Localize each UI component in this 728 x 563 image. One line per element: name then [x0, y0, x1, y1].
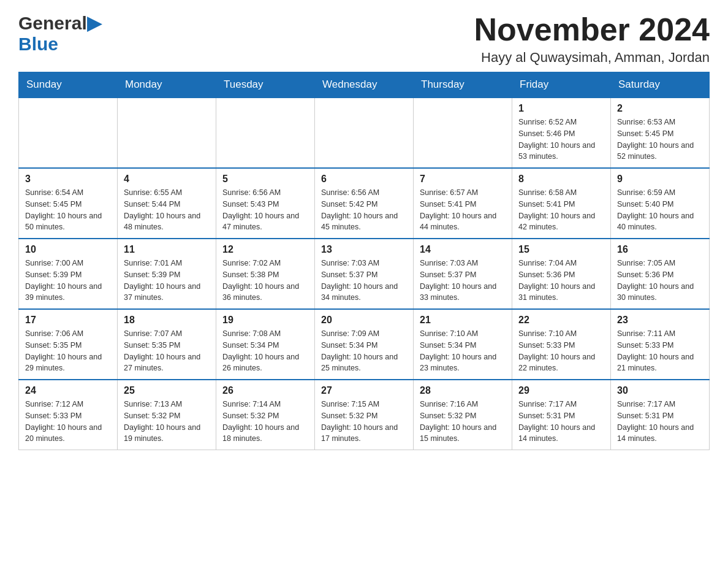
- week-row-1: 1Sunrise: 6:52 AMSunset: 5:46 PMDaylight…: [19, 98, 710, 168]
- calendar-cell: 25Sunrise: 7:13 AMSunset: 5:32 PMDayligh…: [118, 380, 216, 450]
- day-info: Sunrise: 7:09 AMSunset: 5:34 PMDaylight:…: [321, 328, 407, 374]
- day-number: 6: [321, 174, 407, 185]
- day-number: 1: [518, 103, 604, 114]
- day-number: 19: [222, 315, 308, 326]
- day-number: 17: [25, 315, 111, 326]
- day-number: 7: [420, 174, 506, 185]
- day-info: Sunrise: 7:16 AMSunset: 5:32 PMDaylight:…: [420, 399, 506, 445]
- header-wednesday: Wednesday: [315, 72, 414, 98]
- calendar-cell: 13Sunrise: 7:03 AMSunset: 5:37 PMDayligh…: [315, 239, 414, 309]
- day-number: 4: [124, 174, 210, 185]
- day-info: Sunrise: 6:56 AMSunset: 5:43 PMDaylight:…: [222, 187, 308, 233]
- calendar-cell: 27Sunrise: 7:15 AMSunset: 5:32 PMDayligh…: [315, 380, 414, 450]
- calendar-cell: 1Sunrise: 6:52 AMSunset: 5:46 PMDaylight…: [512, 98, 611, 168]
- calendar-cell: 10Sunrise: 7:00 AMSunset: 5:39 PMDayligh…: [19, 239, 118, 309]
- calendar-cell: 26Sunrise: 7:14 AMSunset: 5:32 PMDayligh…: [216, 380, 315, 450]
- day-info: Sunrise: 7:08 AMSunset: 5:34 PMDaylight:…: [222, 328, 308, 374]
- calendar-cell: 20Sunrise: 7:09 AMSunset: 5:34 PMDayligh…: [315, 309, 414, 380]
- month-title: November 2024: [474, 12, 710, 47]
- calendar-cell: [216, 98, 315, 168]
- location-title: Hayy al Quwaysimah, Amman, Jordan: [474, 50, 710, 66]
- day-info: Sunrise: 7:17 AMSunset: 5:31 PMDaylight:…: [518, 399, 604, 445]
- week-row-4: 17Sunrise: 7:06 AMSunset: 5:35 PMDayligh…: [19, 309, 710, 380]
- calendar-table: Sunday Monday Tuesday Wednesday Thursday…: [18, 72, 710, 450]
- calendar-cell: 23Sunrise: 7:11 AMSunset: 5:33 PMDayligh…: [611, 309, 710, 380]
- day-info: Sunrise: 7:03 AMSunset: 5:37 PMDaylight:…: [321, 258, 407, 304]
- calendar-cell: 9Sunrise: 6:59 AMSunset: 5:40 PMDaylight…: [611, 168, 710, 239]
- day-info: Sunrise: 7:15 AMSunset: 5:32 PMDaylight:…: [321, 399, 407, 445]
- calendar-cell: 14Sunrise: 7:03 AMSunset: 5:37 PMDayligh…: [414, 239, 512, 309]
- day-number: 3: [25, 174, 111, 185]
- day-info: Sunrise: 7:10 AMSunset: 5:33 PMDaylight:…: [518, 328, 604, 374]
- day-info: Sunrise: 7:02 AMSunset: 5:38 PMDaylight:…: [222, 258, 308, 304]
- calendar-cell: [118, 98, 216, 168]
- header-tuesday: Tuesday: [216, 72, 315, 98]
- calendar-cell: 7Sunrise: 6:57 AMSunset: 5:41 PMDaylight…: [414, 168, 512, 239]
- day-info: Sunrise: 7:03 AMSunset: 5:37 PMDaylight:…: [420, 258, 506, 304]
- day-number: 24: [25, 385, 111, 396]
- day-info: Sunrise: 6:56 AMSunset: 5:42 PMDaylight:…: [321, 187, 407, 233]
- day-number: 22: [518, 315, 604, 326]
- day-info: Sunrise: 6:55 AMSunset: 5:44 PMDaylight:…: [124, 187, 210, 233]
- day-info: Sunrise: 7:17 AMSunset: 5:31 PMDaylight:…: [617, 399, 703, 445]
- day-number: 29: [518, 385, 604, 396]
- calendar-cell: 5Sunrise: 6:56 AMSunset: 5:43 PMDaylight…: [216, 168, 315, 239]
- header-saturday: Saturday: [611, 72, 710, 98]
- calendar-cell: 4Sunrise: 6:55 AMSunset: 5:44 PMDaylight…: [118, 168, 216, 239]
- calendar-cell: [315, 98, 414, 168]
- week-row-2: 3Sunrise: 6:54 AMSunset: 5:45 PMDaylight…: [19, 168, 710, 239]
- day-info: Sunrise: 7:13 AMSunset: 5:32 PMDaylight:…: [124, 399, 210, 445]
- day-number: 14: [420, 244, 506, 255]
- logo-blue-triangle: ▶: [87, 13, 101, 33]
- calendar-cell: 24Sunrise: 7:12 AMSunset: 5:33 PMDayligh…: [19, 380, 118, 450]
- calendar-cell: 6Sunrise: 6:56 AMSunset: 5:42 PMDaylight…: [315, 168, 414, 239]
- calendar-cell: 18Sunrise: 7:07 AMSunset: 5:35 PMDayligh…: [118, 309, 216, 380]
- header-monday: Monday: [118, 72, 216, 98]
- day-info: Sunrise: 7:00 AMSunset: 5:39 PMDaylight:…: [25, 258, 111, 304]
- day-number: 21: [420, 315, 506, 326]
- day-info: Sunrise: 6:52 AMSunset: 5:46 PMDaylight:…: [518, 117, 604, 163]
- day-info: Sunrise: 7:12 AMSunset: 5:33 PMDaylight:…: [25, 399, 111, 445]
- day-number: 5: [222, 174, 308, 185]
- day-number: 10: [25, 244, 111, 255]
- header-sunday: Sunday: [19, 72, 118, 98]
- day-number: 2: [617, 103, 703, 114]
- day-number: 18: [124, 315, 210, 326]
- day-number: 25: [124, 385, 210, 396]
- day-info: Sunrise: 6:59 AMSunset: 5:40 PMDaylight:…: [617, 187, 703, 233]
- day-number: 16: [617, 244, 703, 255]
- day-number: 12: [222, 244, 308, 255]
- calendar-cell: 21Sunrise: 7:10 AMSunset: 5:34 PMDayligh…: [414, 309, 512, 380]
- header-thursday: Thursday: [414, 72, 512, 98]
- day-info: Sunrise: 7:04 AMSunset: 5:36 PMDaylight:…: [518, 258, 604, 304]
- day-number: 8: [518, 174, 604, 185]
- logo: General▶ Blue: [18, 12, 101, 55]
- day-number: 9: [617, 174, 703, 185]
- page-header: General▶ Blue November 2024 Hayy al Quwa…: [18, 12, 710, 66]
- day-info: Sunrise: 7:14 AMSunset: 5:32 PMDaylight:…: [222, 399, 308, 445]
- calendar-cell: 2Sunrise: 6:53 AMSunset: 5:45 PMDaylight…: [611, 98, 710, 168]
- calendar-cell: 29Sunrise: 7:17 AMSunset: 5:31 PMDayligh…: [512, 380, 611, 450]
- logo-text: General▶: [18, 12, 101, 34]
- calendar-cell: 30Sunrise: 7:17 AMSunset: 5:31 PMDayligh…: [611, 380, 710, 450]
- calendar-cell: [19, 98, 118, 168]
- calendar-cell: 3Sunrise: 6:54 AMSunset: 5:45 PMDaylight…: [19, 168, 118, 239]
- calendar-cell: 12Sunrise: 7:02 AMSunset: 5:38 PMDayligh…: [216, 239, 315, 309]
- day-info: Sunrise: 7:10 AMSunset: 5:34 PMDaylight:…: [420, 328, 506, 374]
- day-number: 30: [617, 385, 703, 396]
- calendar-cell: 11Sunrise: 7:01 AMSunset: 5:39 PMDayligh…: [118, 239, 216, 309]
- title-area: November 2024 Hayy al Quwaysimah, Amman,…: [474, 12, 710, 66]
- day-number: 13: [321, 244, 407, 255]
- day-number: 26: [222, 385, 308, 396]
- calendar-cell: 16Sunrise: 7:05 AMSunset: 5:36 PMDayligh…: [611, 239, 710, 309]
- day-number: 28: [420, 385, 506, 396]
- calendar-cell: 17Sunrise: 7:06 AMSunset: 5:35 PMDayligh…: [19, 309, 118, 380]
- day-number: 27: [321, 385, 407, 396]
- day-info: Sunrise: 6:58 AMSunset: 5:41 PMDaylight:…: [518, 187, 604, 233]
- calendar-cell: [414, 98, 512, 168]
- day-info: Sunrise: 7:01 AMSunset: 5:39 PMDaylight:…: [124, 258, 210, 304]
- calendar-cell: 15Sunrise: 7:04 AMSunset: 5:36 PMDayligh…: [512, 239, 611, 309]
- weekday-header-row: Sunday Monday Tuesday Wednesday Thursday…: [19, 72, 710, 98]
- week-row-3: 10Sunrise: 7:00 AMSunset: 5:39 PMDayligh…: [19, 239, 710, 309]
- day-info: Sunrise: 6:53 AMSunset: 5:45 PMDaylight:…: [617, 117, 703, 163]
